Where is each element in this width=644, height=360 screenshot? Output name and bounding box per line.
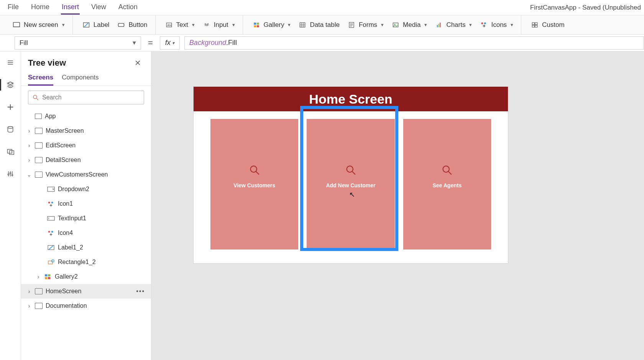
- property-name: Fill: [20, 39, 28, 47]
- input-label: Input: [214, 21, 228, 29]
- textinput-icon: [47, 215, 55, 221]
- property-selector[interactable]: Fill ▾: [15, 36, 141, 50]
- new-screen-button[interactable]: New screen ▾: [9, 18, 68, 31]
- tree-node-documentation[interactable]: › Documentation: [21, 299, 151, 313]
- tree-label: EditScreen: [46, 142, 76, 149]
- app-canvas[interactable]: Home Screen View Customers Add New Custo…: [194, 87, 508, 263]
- close-icon[interactable]: ✕: [131, 57, 144, 69]
- search-input[interactable]: [42, 94, 140, 101]
- chevron-down-icon: ▾: [511, 22, 513, 28]
- svg-rect-21: [535, 23, 537, 25]
- tree-node-masterscreen[interactable]: › MasterScreen: [21, 124, 151, 138]
- svg-rect-0: [13, 22, 20, 27]
- forms-dropdown[interactable]: Forms ▾: [344, 18, 387, 31]
- tree-node-editscreen[interactable]: › EditScreen: [21, 138, 151, 153]
- menu-action[interactable]: Action: [118, 1, 138, 15]
- fx-button[interactable]: fx ▾: [160, 36, 180, 50]
- chevron-down-icon: ▾: [133, 39, 136, 47]
- hamburger-icon[interactable]: [3, 55, 18, 70]
- tree-node-icon4[interactable]: Icon4: [21, 226, 151, 240]
- media-rail-button[interactable]: [3, 144, 18, 159]
- tools-rail-button[interactable]: [3, 167, 18, 181]
- custom-dropdown[interactable]: Custom: [527, 18, 568, 31]
- gallery-dropdown[interactable]: Gallery ▾: [249, 18, 294, 31]
- top-menu-bar: File Home Insert View Action FirstCanvas…: [0, 0, 644, 15]
- svg-rect-15: [437, 25, 438, 27]
- tree-node-detailscreen[interactable]: › DetailScreen: [21, 153, 151, 167]
- svg-rect-23: [535, 25, 537, 27]
- canvas-header[interactable]: Home Screen: [194, 87, 508, 111]
- tree-node-gallery2[interactable]: › Gallery2: [21, 269, 151, 284]
- menu-insert[interactable]: Insert: [61, 1, 80, 15]
- svg-point-45: [347, 166, 353, 172]
- card-view-customers[interactable]: View Customers: [210, 119, 298, 249]
- svg-point-32: [48, 201, 50, 203]
- tree-label: Label1_2: [58, 244, 83, 251]
- svg-point-18: [481, 22, 483, 24]
- menu-home[interactable]: Home: [30, 1, 50, 15]
- tree-view-rail-button[interactable]: [3, 78, 18, 92]
- card-see-agents[interactable]: See Agents: [403, 119, 491, 249]
- input-icon: [202, 21, 211, 29]
- canvas-area[interactable]: Home Screen View Customers Add New Custo…: [151, 51, 644, 360]
- tree-label: TextInput1: [58, 215, 86, 222]
- label-button[interactable]: Label: [79, 18, 113, 31]
- icon-control-icon: [47, 201, 55, 207]
- svg-point-28: [10, 173, 11, 174]
- data-rail-button[interactable]: [3, 122, 18, 137]
- formula-token-property: .Fill: [226, 39, 237, 47]
- media-icon: [391, 21, 400, 29]
- data-table-label: Data table: [310, 21, 340, 29]
- svg-rect-8: [256, 23, 259, 25]
- custom-icon: [531, 21, 539, 29]
- gallery-label: Gallery: [264, 21, 284, 29]
- add-rail-button[interactable]: [3, 100, 18, 114]
- svg-point-24: [8, 127, 13, 129]
- button-button[interactable]: Button: [114, 18, 150, 31]
- tree-node-textinput1[interactable]: TextInput1: [21, 211, 151, 226]
- card-label: View Customers: [233, 182, 275, 188]
- tree-label: Documentation: [46, 302, 87, 309]
- tab-components[interactable]: Components: [62, 74, 99, 86]
- screen-icon: [35, 288, 43, 294]
- card-add-new-customer[interactable]: Add New Customer ↖: [307, 119, 394, 249]
- chevron-down-icon: ⌄: [26, 172, 32, 178]
- svg-rect-9: [254, 25, 256, 27]
- input-dropdown[interactable]: Input ▾: [199, 18, 238, 31]
- chevron-right-icon: ›: [26, 128, 32, 134]
- search-box[interactable]: [28, 91, 144, 104]
- tree-label: HomeScreen: [46, 288, 81, 295]
- chevron-down-icon: ▾: [232, 22, 235, 28]
- media-dropdown[interactable]: Media ▾: [388, 18, 430, 31]
- tree-node-label1-2[interactable]: Label1_2: [21, 240, 151, 255]
- tree-node-homescreen[interactable]: › HomeScreen •••: [21, 284, 151, 299]
- text-dropdown[interactable]: Abc Text ▾: [162, 18, 198, 31]
- tree-node-app[interactable]: App: [21, 109, 151, 124]
- dropdown-icon: [47, 186, 55, 192]
- svg-point-36: [51, 231, 53, 233]
- menu-view[interactable]: View: [90, 1, 107, 15]
- screen-icon: [12, 21, 21, 29]
- tree-node-dropdown2[interactable]: Dropdown2: [21, 182, 151, 197]
- tree-node-rectangle1-2[interactable]: Rectangle1_2: [21, 255, 151, 269]
- label-label: Label: [94, 21, 110, 29]
- charts-dropdown[interactable]: Charts ▾: [432, 18, 475, 31]
- tree-node-viewcustomersscreen[interactable]: ⌄ ViewCustomersScreen: [21, 167, 151, 182]
- card-label: Add New Customer: [326, 182, 375, 188]
- screen-icon: [35, 142, 43, 149]
- menu-file[interactable]: File: [7, 1, 20, 15]
- data-table-button[interactable]: Data table: [295, 18, 343, 31]
- button-icon: [117, 21, 125, 29]
- icons-dropdown[interactable]: Icons ▾: [476, 18, 516, 31]
- formula-input[interactable]: Background.Fill: [184, 36, 644, 50]
- custom-label: Custom: [542, 21, 565, 29]
- svg-point-5: [205, 23, 205, 24]
- svg-text:Abc: Abc: [167, 24, 172, 26]
- tab-screens[interactable]: Screens: [28, 74, 53, 86]
- more-icon[interactable]: •••: [136, 288, 145, 295]
- canvas-header-title: Home Screen: [309, 92, 392, 107]
- svg-rect-17: [440, 23, 441, 27]
- screen-icon: [35, 128, 43, 134]
- tree-node-icon1[interactable]: Icon1: [21, 197, 151, 211]
- svg-point-29: [12, 175, 13, 176]
